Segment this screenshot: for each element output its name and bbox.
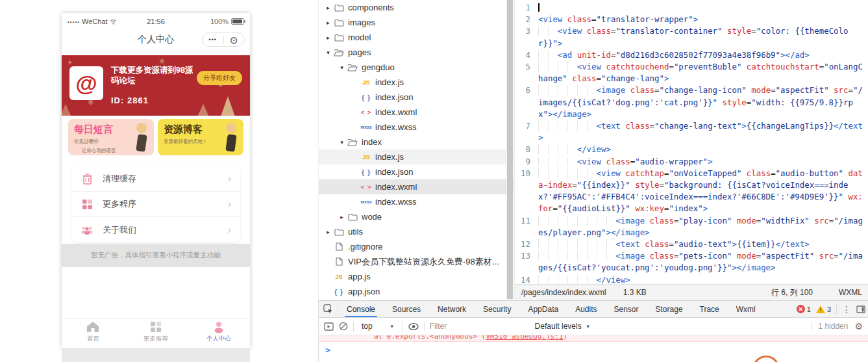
code-line[interactable]: 1 <box>515 2 868 14</box>
tree-item[interactable]: { }index.json <box>319 90 514 105</box>
chevron-down-icon: ▼ <box>586 324 591 330</box>
code-text <box>538 2 868 14</box>
devtools-tab-sensor[interactable]: Sensor <box>606 301 647 317</box>
devtools-tab-wxml[interactable]: Wxml <box>728 301 764 317</box>
console-settings-icon[interactable]: ⚙ <box>854 321 863 331</box>
forum-logo: @ <box>69 66 103 100</box>
tabbar-item-person[interactable]: 个人中心 <box>187 319 250 344</box>
error-source-link[interactable]: VM510 asdebug.js:1 <box>486 335 563 341</box>
console-prompt[interactable]: > <box>319 342 868 355</box>
tabbar-item-home[interactable]: 首页 <box>62 319 125 344</box>
code-line[interactable]: 11 <image class="play-icon" mode="widthF… <box>515 215 868 239</box>
code-line[interactable]: 8 </view> <box>515 144 868 155</box>
error-badge[interactable]: ✕ 1 <box>797 305 811 313</box>
chevron-right-icon[interactable]: ▸ <box>338 214 346 220</box>
tree-item[interactable]: wxssindex.wxss <box>319 194 514 209</box>
tree-item[interactable]: .gitignore <box>319 239 514 254</box>
tree-item[interactable]: < >index.wxml <box>319 105 514 120</box>
log-level-selector[interactable]: Default levels ▼ <box>532 320 593 332</box>
chevron-right-icon[interactable]: ▸ <box>324 34 332 41</box>
tree-item[interactable]: ▾pages <box>319 45 514 60</box>
chevron-right-icon[interactable]: ▸ <box>324 229 332 235</box>
code-line[interactable]: 5 <view catchtouchend="preventBuble" cat… <box>515 61 868 84</box>
tree-item-label: gengduo <box>359 62 395 72</box>
tree-scrollbar[interactable] <box>506 0 514 300</box>
menu-item-trash[interactable]: 清理缓存› <box>71 166 240 192</box>
code-line[interactable]: 9 <view class="audio-wrapper"> <box>515 156 868 168</box>
scrollbar-thumb[interactable] <box>507 0 513 299</box>
tree-item[interactable]: { }app.json <box>319 284 514 299</box>
resource-blog-card[interactable]: 资源博客 资源最好看的天地！ <box>158 119 243 155</box>
menu-item-people[interactable]: 关于我们› <box>71 217 240 242</box>
console-toolbar: top ▼ Default levels ▼ 1 hidden ⚙ <box>319 318 868 335</box>
chevron-right-icon[interactable]: ▸ <box>324 5 332 11</box>
code-line[interactable]: 3 <view class="translator-container" sty… <box>515 25 868 49</box>
close-minibar-button[interactable]: ⊙ <box>224 35 245 45</box>
promo-banner[interactable]: ✦ ✻ ✦ ✻ @ 下载更多资源请到98源码论坛 ID: 2861 分享给好友 <box>62 55 250 116</box>
tree-item[interactable]: ▸images <box>319 15 514 30</box>
code-line[interactable]: 2<view class="translator-wrapper"> <box>515 14 868 25</box>
sidebar-toggle-icon[interactable] <box>324 322 334 331</box>
code-lines[interactable]: 12<view class="translator-wrapper">3 <vi… <box>515 0 868 284</box>
tree-item[interactable]: JSindex.js <box>319 149 514 164</box>
inspect-element-icon[interactable] <box>319 303 338 315</box>
banner-title: 下载更多资源请到98源码论坛 <box>111 65 195 86</box>
code-line[interactable]: 7 <text class="change-lang-text">{{chang… <box>515 120 868 144</box>
tree-item[interactable]: ▸components <box>319 0 514 15</box>
clear-console-icon[interactable] <box>339 322 348 331</box>
tree-item[interactable]: ▸model <box>319 30 514 45</box>
tabbar-item-grid[interactable]: 更多推荐 <box>125 319 188 344</box>
context-selector[interactable]: top ▼ <box>359 320 397 332</box>
dock-side-icon[interactable] <box>856 305 865 313</box>
code-line[interactable]: 10 <view catchtap="onVoiceTapped" class=… <box>515 168 868 215</box>
floating-logo-icon[interactable] <box>752 356 780 362</box>
tree-item[interactable]: JSindex.js <box>319 75 514 90</box>
code-line[interactable]: 14 </view> <box>515 274 868 284</box>
tree-item[interactable]: ▸wode <box>319 209 514 224</box>
warning-badge[interactable]: 3 <box>816 305 831 313</box>
menu-item-apps[interactable]: 更多程序› <box>71 192 240 217</box>
code-line[interactable]: 6 <image class="change-lang-icon" mode="… <box>515 84 868 120</box>
tree-item-label: index.json <box>373 92 414 102</box>
live-expression-icon[interactable] <box>408 323 419 330</box>
line-number: 8 <box>515 144 538 155</box>
devtools-tab-trace[interactable]: Trace <box>691 301 728 317</box>
kebab-menu-icon[interactable]: ⋮ <box>842 304 851 315</box>
chevron-down-icon[interactable]: ▾ <box>338 139 346 146</box>
chevron-down-icon[interactable]: ▾ <box>338 64 346 71</box>
chevron-down-icon[interactable]: ▾ <box>324 49 332 56</box>
language-mode-label[interactable]: WXML <box>839 288 862 297</box>
devtools-tab-security[interactable]: Security <box>475 301 519 317</box>
code-line[interactable]: 13 <image class="pets-icon" mode="aspect… <box>515 250 868 274</box>
tree-item[interactable]: { }index.json <box>319 164 514 179</box>
error-text: at e.exports.<anonymous> ( <box>374 335 486 341</box>
share-button[interactable]: 分享给好友 <box>197 71 242 85</box>
code-line[interactable]: 12 <text class="audio-text">{{item}}</te… <box>515 239 868 250</box>
daily-quote-card[interactable]: 每日短言 你见过哪些 让你心动的语言 <box>68 119 154 155</box>
tree-item[interactable]: ▾index <box>319 135 514 149</box>
code-text: <view catchtap="onVoiceTapped" class="au… <box>538 168 868 215</box>
tree-item-label: index <box>359 137 382 147</box>
code-line[interactable]: 4 <ad unit-id="d8d216d3c6028502f77093a4e… <box>515 49 868 61</box>
more-menu-button[interactable]: ••• <box>203 36 223 43</box>
tree-item-label: .gitignore <box>345 242 382 252</box>
file-icon <box>332 257 345 266</box>
folder-open-icon <box>332 49 345 57</box>
error-count: 1 <box>807 305 811 313</box>
console-error-message[interactable]: at e.exports.<anonymous> (VM510 asdebug.… <box>319 335 868 342</box>
tree-item[interactable]: ▸utils <box>319 224 514 239</box>
tree-item[interactable]: ▾gengduo <box>319 60 514 75</box>
tree-item-label: index.wxss <box>373 122 417 132</box>
filter-input[interactable] <box>430 322 527 331</box>
tree-item[interactable]: JSapp.js <box>319 269 514 284</box>
tree-item[interactable]: wxssindex.wxss <box>319 120 514 135</box>
devtools-tab-sources[interactable]: Sources <box>384 301 429 317</box>
tree-item[interactable]: VIP会员下载整站资源永久免费-98素材... <box>319 254 514 269</box>
devtools-tab-console[interactable]: Console <box>338 301 384 317</box>
devtools-tab-audits[interactable]: Audits <box>567 301 605 317</box>
tree-item[interactable]: < >index.wxml <box>319 179 514 194</box>
chevron-right-icon[interactable]: ▸ <box>324 19 332 26</box>
devtools-tab-appdata[interactable]: AppData <box>519 301 567 317</box>
devtools-tab-network[interactable]: Network <box>429 301 475 317</box>
devtools-tab-storage[interactable]: Storage <box>647 301 691 317</box>
